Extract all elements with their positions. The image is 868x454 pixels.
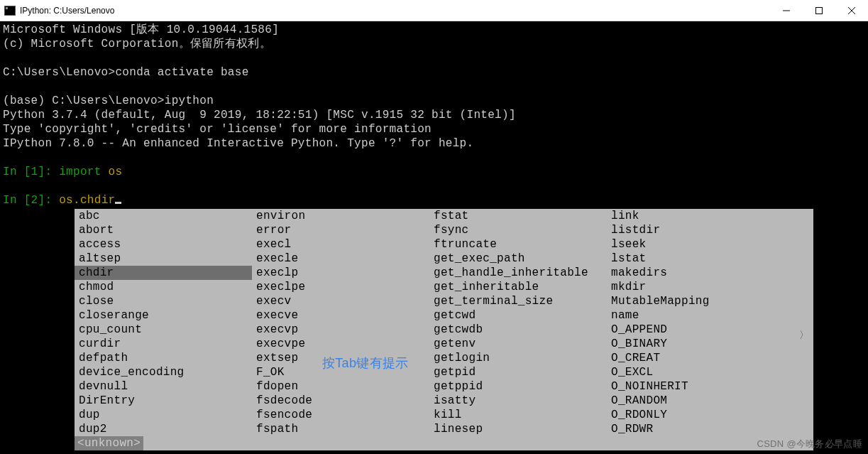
completion-item[interactable]: abort [75,223,252,237]
in-1-line: In [1]: import os [3,165,865,179]
completion-item[interactable]: get_terminal_size [429,294,607,308]
completion-grid: abcabortaccessaltsepchdirchmodcloseclose… [75,209,813,436]
completion-item[interactable]: getpid [429,365,607,379]
completion-item[interactable]: O_CREAT [607,351,791,365]
completion-item[interactable]: linesep [429,422,607,436]
completion-column: environerrorexeclexecleexeclpexeclpeexec… [252,209,429,436]
completion-item[interactable]: link [607,209,791,223]
completion-item[interactable]: get_exec_path [429,252,607,266]
blank-line [3,80,865,94]
minimize-button[interactable] [770,0,803,21]
ipython-version-line: IPython 7.8.0 -- An enhanced Interactive… [3,136,865,151]
type-info-line: Type 'copyright', 'credits' or 'license'… [3,122,865,136]
app-icon-wrap [0,6,20,16]
completion-item[interactable]: dup [75,408,252,422]
maximize-button[interactable] [803,0,835,21]
completion-item[interactable]: execlp [252,266,429,280]
completion-item[interactable]: listdir [607,223,791,237]
completion-item[interactable]: access [75,237,252,252]
completion-item[interactable]: lseek [607,237,791,252]
completion-item[interactable]: error [252,223,429,237]
completion-item[interactable]: O_RANDOM [607,394,791,408]
prompt-line-1: C:\Users\Lenovo>conda activate base [3,65,865,80]
in2-code: os.chdir [59,194,115,207]
text-cursor [115,202,121,204]
completion-item[interactable]: defpath [75,351,252,365]
completion-item[interactable]: get_inheritable [429,280,607,294]
completion-item[interactable]: execlpe [252,280,429,294]
blank-line [3,179,865,193]
os-version-line: Microsoft Windows [版本 10.0.19044.1586] [3,23,865,37]
completion-item[interactable]: device_encoding [75,365,252,379]
completion-item[interactable]: MutableMapping [607,294,791,308]
completion-item[interactable]: environ [252,209,429,223]
prompt2-cmd: ipython [165,94,214,107]
completion-item[interactable]: chmod [75,280,252,294]
watermark-text: CSDN @今晚务必早点睡 [757,437,862,451]
completion-item[interactable]: isatty [429,394,607,408]
completion-item[interactable]: close [75,294,252,308]
completion-item[interactable]: cpu_count [75,323,252,337]
completion-item[interactable]: fstat [429,209,607,223]
completion-item[interactable]: getlogin [429,351,607,365]
completion-popup[interactable]: abcabortaccessaltsepchdirchmodcloseclose… [75,209,813,450]
completion-item[interactable]: fsencode [252,408,429,422]
close-icon [848,7,855,14]
completion-item[interactable]: altsep [75,252,252,266]
completion-item[interactable]: mkdir [607,280,791,294]
completion-column: linklistdirlseeklstatmakedirsmkdirMutabl… [607,209,791,436]
window-controls [770,0,868,21]
completion-item[interactable]: dup2 [75,422,252,436]
window-title: IPython: C:Users/Lenovo [20,6,770,16]
in1-label: In [1]: [3,166,59,178]
completion-item[interactable]: execl [252,237,429,252]
completion-status: <unknown> [75,436,143,450]
completion-item[interactable]: O_EXCL [607,365,791,379]
completion-item[interactable]: curdir [75,337,252,351]
completion-item[interactable]: O_NOINHERIT [607,379,791,394]
completion-item[interactable]: O_BINARY [607,337,791,351]
completion-item[interactable]: O_APPEND [607,323,791,337]
completion-column: fstatfsyncftruncateget_exec_pathget_hand… [429,209,607,436]
completion-item[interactable]: fdopen [252,379,429,394]
completion-item[interactable]: abc [75,209,252,223]
completion-item[interactable]: lstat [607,252,791,266]
completion-item[interactable]: closerange [75,308,252,323]
completion-item[interactable]: ftruncate [429,237,607,252]
svg-rect-1 [816,7,823,13]
in-2-line: In [2]: os.chdir [3,193,865,207]
completion-column: abcabortaccessaltsepchdirchmodcloseclose… [75,209,252,436]
completion-item[interactable]: execv [252,294,429,308]
scroll-right-indicator[interactable]: 〉 [799,328,809,342]
terminal-area[interactable]: Microsoft Windows [版本 10.0.19044.1586] (… [0,21,868,454]
completion-item[interactable]: getenv [429,337,607,351]
annotation-label: 按Tab键有提示 [322,356,408,370]
prompt-line-2: (base) C:\Users\Lenovo>ipython [3,94,865,108]
completion-item[interactable]: fspath [252,422,429,436]
completion-item[interactable]: O_RDWR [607,422,791,436]
completion-item[interactable]: getppid [429,379,607,394]
completion-item[interactable]: fsdecode [252,394,429,408]
completion-item[interactable]: execvp [252,323,429,337]
window-titlebar: IPython: C:Users/Lenovo [0,0,868,21]
completion-item[interactable]: kill [429,408,607,422]
prompt1-cmd: conda activate base [115,66,248,79]
completion-item[interactable]: getcwd [429,308,607,323]
completion-item[interactable]: chdir [75,266,252,280]
completion-status-row: <unknown> [75,436,813,450]
terminal-icon [4,6,16,16]
completion-item[interactable]: makedirs [607,266,791,280]
completion-item[interactable]: name [607,308,791,323]
completion-item[interactable]: execve [252,308,429,323]
close-button[interactable] [835,0,868,21]
completion-item[interactable]: DirEntry [75,394,252,408]
completion-item[interactable]: O_RDONLY [607,408,791,422]
completion-item[interactable]: fsync [429,223,607,237]
completion-item[interactable]: execvpe [252,337,429,351]
maximize-icon [815,7,823,14]
completion-item[interactable]: getcwdb [429,323,607,337]
completion-item[interactable]: get_handle_inheritable [429,266,607,280]
completion-item[interactable]: devnull [75,379,252,394]
completion-item[interactable]: execle [252,252,429,266]
prompt2-path: (base) C:\Users\Lenovo> [3,94,165,107]
